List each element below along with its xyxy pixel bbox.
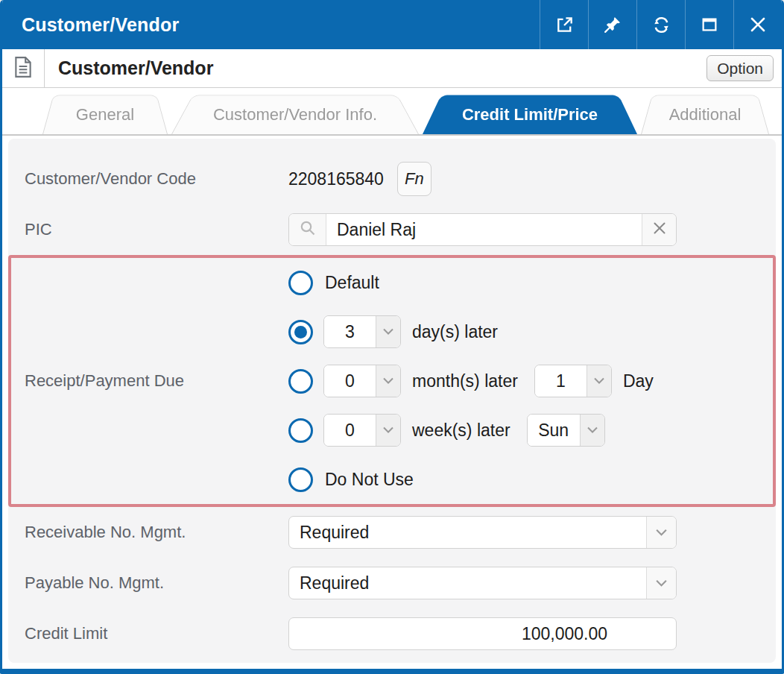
days-count-select[interactable]: 3	[323, 315, 401, 348]
radio-do-not-use[interactable]	[288, 467, 313, 492]
row-customer-vendor-code: Customer/Vendor Code 2208165840 Fn	[8, 154, 776, 204]
pic-search-button[interactable]	[289, 214, 326, 245]
weekday-select[interactable]: Sun	[527, 414, 605, 447]
chevron-down-icon	[376, 365, 400, 397]
customer-vendor-window: Customer/Vendor	[0, 0, 784, 674]
tab-credit-limit-price[interactable]: Credit Limit/Price	[423, 95, 637, 134]
row-credit-limit: Credit Limit	[8, 608, 776, 659]
radio-weeks-later[interactable]	[288, 418, 313, 443]
document-icon	[13, 56, 33, 81]
refresh-button[interactable]	[636, 0, 685, 49]
window-title: Customer/Vendor	[2, 14, 179, 36]
receipt-payment-due-section: Receipt/Payment Due Default 3	[8, 255, 776, 507]
form-panel: Customer/Vendor Code 2208165840 Fn PIC	[8, 139, 776, 663]
maximize-icon	[700, 15, 719, 34]
row-pic: PIC	[8, 204, 776, 255]
page-title: Customer/Vendor	[58, 57, 213, 79]
maximize-button[interactable]	[685, 0, 733, 49]
clear-icon	[651, 220, 668, 239]
payable-no-mgmt-label: Payable No. Mgmt.	[8, 573, 288, 593]
option-button[interactable]: Option	[706, 55, 774, 81]
radio-months-later[interactable]	[288, 369, 313, 394]
due-option-days-later: 3 day(s) later	[288, 307, 773, 356]
due-option-do-not-use: Do Not Use	[288, 455, 773, 504]
pic-clear-button[interactable]	[642, 214, 676, 245]
payable-no-mgmt-select[interactable]: Required	[288, 567, 677, 599]
pic-input[interactable]	[326, 214, 642, 245]
search-icon	[299, 219, 317, 240]
receipt-payment-due-options: Default 3 day(s) later	[288, 258, 773, 504]
tab-bar: General Customer/Vendor Info. Credit Lim…	[2, 88, 782, 136]
pin-button[interactable]	[588, 0, 636, 49]
row-receivable-no-mgmt: Receivable No. Mgmt. Required	[8, 507, 776, 558]
chevron-down-icon	[646, 567, 676, 599]
chevron-down-icon	[376, 316, 400, 347]
document-icon-cell	[2, 49, 45, 87]
receivable-no-mgmt-label: Receivable No. Mgmt.	[8, 523, 288, 542]
titlebar-buttons	[540, 0, 782, 49]
receivable-no-mgmt-select[interactable]: Required	[288, 516, 677, 549]
function-key-button[interactable]: Fn	[397, 162, 431, 196]
pin-icon	[603, 15, 622, 34]
tab-additional[interactable]: Additional	[641, 95, 769, 134]
tab-content: Customer/Vendor Code 2208165840 Fn PIC	[2, 136, 782, 669]
external-link-icon	[554, 15, 575, 35]
refresh-icon	[651, 15, 671, 35]
pic-lookup-field	[288, 213, 677, 246]
close-icon	[747, 14, 768, 35]
due-option-default: Default	[288, 258, 773, 307]
chevron-down-icon	[376, 415, 400, 446]
row-payable-no-mgmt: Payable No. Mgmt. Required	[8, 558, 776, 608]
due-option-months-later: 0 month(s) later 1 Day	[288, 356, 773, 406]
tab-general[interactable]: General	[42, 95, 168, 134]
chevron-down-icon	[580, 415, 604, 446]
weeks-count-select[interactable]: 0	[323, 414, 401, 447]
titlebar: Customer/Vendor	[2, 0, 782, 49]
receipt-payment-due-label: Receipt/Payment Due	[11, 258, 288, 504]
page-header: Customer/Vendor Option	[2, 49, 782, 88]
open-new-window-button[interactable]	[540, 0, 588, 49]
customer-vendor-code-label: Customer/Vendor Code	[8, 169, 288, 189]
due-option-weeks-later: 0 week(s) later Sun	[288, 406, 773, 455]
radio-days-later[interactable]	[288, 320, 313, 344]
close-button[interactable]	[733, 0, 782, 49]
chevron-down-icon	[646, 517, 676, 548]
credit-limit-input[interactable]	[288, 617, 677, 650]
months-count-select[interactable]: 0	[323, 365, 401, 397]
credit-limit-label: Credit Limit	[8, 624, 288, 643]
customer-vendor-code-value: 2208165840	[288, 169, 384, 189]
pic-label: PIC	[8, 220, 288, 239]
tab-customer-vendor-info[interactable]: Customer/Vendor Info.	[171, 95, 419, 134]
chevron-down-icon	[587, 365, 611, 397]
radio-default[interactable]	[288, 271, 313, 295]
month-day-select[interactable]: 1	[534, 365, 612, 397]
